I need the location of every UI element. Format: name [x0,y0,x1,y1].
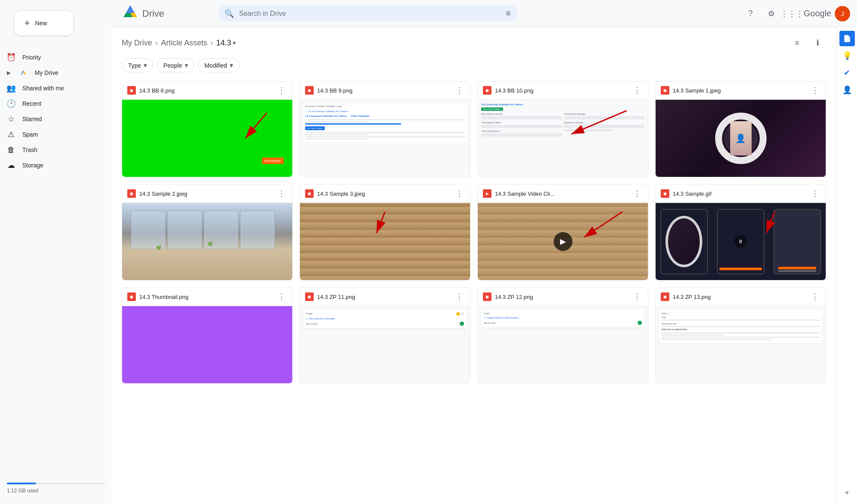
file-type-icon-7: ▶ [483,189,491,198]
sidebar-label-spam: Spam [22,131,38,138]
sidebar-item-storage[interactable]: ☁ Storage [0,158,105,173]
spam-icon: ⚠ [7,130,15,139]
add-apps-button[interactable]: + [839,485,855,501]
more-menu-10[interactable]: ⋮ [454,291,465,302]
storage-bar [7,483,105,484]
search-input[interactable] [239,10,500,18]
thumb-airtable: Trigger 2. New Record in Airtable App & … [300,306,470,383]
sidebar-item-recent[interactable]: 🕐 Recent [0,96,105,111]
file-card-11[interactable]: ▣ 14.3 ZP 12.png ⋮ Action 2. Create Movi… [477,287,648,384]
file-thumbnail-10: Trigger 2. New Record in Airtable App & … [300,306,470,383]
file-name-3: 14.3 BB 10.png [495,87,628,94]
docs-icon[interactable] [839,31,855,46]
file-type-icon-5: ▣ [127,189,136,198]
storage-used-label: 1.12 GB used [7,488,38,494]
more-menu-8[interactable]: ⋮ [809,188,821,199]
clock-icon: ⏰ [7,53,15,62]
search-filter-icon[interactable]: ≡ [506,9,511,18]
file-card-7[interactable]: ▶ 14.3 Sample Video Cli... ⋮ ▶ [477,184,648,280]
sidebar-item-priority[interactable]: ⏰ Priority [0,50,105,65]
more-menu-4[interactable]: ⋮ [809,85,821,96]
file-card-8[interactable]: ▣ 14.3 Sample.gif ⋮ ⏸ [655,184,826,280]
breadcrumb-my-drive[interactable]: My Drive [122,39,152,48]
file-thumbnail-11: Action 2. Create Movie in Bannerbear App… [478,306,648,383]
modified-filter-button[interactable]: Modified ▾ [198,58,240,72]
settings-button[interactable]: ⚙ [763,5,780,22]
breadcrumb-article-assets[interactable]: Article Assets [161,39,207,48]
svg-marker-1 [126,5,135,13]
file-card-10[interactable]: ▣ 14.3 ZP 11.png ⋮ Trigger [300,287,470,384]
file-thumbnail-8: ⏸ [656,203,826,280]
star-icon: ☆ [7,115,15,123]
file-grid: ▣ 14.3 BB 8.png ⋮ Annotated! [122,81,826,384]
file-area: My Drive › Article Assets › 14.3 ▾ ≡ ℹ T… [111,27,836,504]
breadcrumb-current[interactable]: 14.3 ▾ [216,39,236,48]
sidebar-item-shared[interactable]: 👥 Shared with me [0,81,105,96]
file-thumbnail-9 [122,306,292,383]
more-menu-6[interactable]: ⋮ [454,188,465,199]
more-menu-12[interactable]: ⋮ [809,291,821,302]
new-button[interactable]: + New [14,10,74,36]
help-button[interactable]: ? [742,5,759,22]
file-thumbnail-4: 👤 [656,100,826,177]
file-card-1[interactable]: ▣ 14.3 BB 8.png ⋮ Annotated! [122,81,293,177]
file-type-icon-10: ▣ [305,292,314,301]
apps-button[interactable]: ⋮⋮⋮ [783,5,800,22]
sidebar-item-spam[interactable]: ⚠ Spam [0,127,105,142]
sidebar-label-shared: Shared with me [22,85,64,92]
sidebar-item-my-drive[interactable]: ▶ My Drive [0,65,105,81]
sidebar-label-storage: Storage [22,162,43,169]
new-button-label: New [35,20,47,27]
file-thumbnail-2: Reconnect | People | Templates | Logo ← … [300,100,470,177]
file-card-4[interactable]: ▣ 14.3 Sample 1.jpeg ⋮ 👤 [655,81,826,177]
contacts-icon[interactable]: 👤 [839,82,855,98]
file-type-icon-4: ▣ [661,86,669,95]
file-name-11: 14.3 ZP 12.png [495,294,628,300]
breadcrumb-sep-2: › [211,39,213,46]
tasks-icon[interactable]: ✔ [839,65,855,81]
search-bar[interactable]: 🔍 ≡ [218,5,518,22]
more-menu-2[interactable]: ⋮ [454,85,465,96]
type-filter-button[interactable]: Type ▾ [122,58,153,72]
right-panel: 💡 ✔ 👤 + [836,27,857,504]
breadcrumb: My Drive › Article Assets › 14.3 ▾ ≡ ℹ [122,34,826,51]
file-card-header-9: ▣ 14.3 Thumbnail.png ⋮ [122,288,292,306]
file-type-icon-11: ▣ [483,292,491,301]
app-name-label: Drive [142,8,164,19]
sidebar-item-trash[interactable]: 🗑 Trash [0,142,105,158]
more-menu-11[interactable]: ⋮ [632,291,643,302]
more-menu-1[interactable]: ⋮ [276,85,287,96]
type-filter-label: Type [128,62,141,69]
sidebar: + New ⏰ Priority ▶ My Drive 👥 Shared wit… [0,0,111,504]
sidebar-label-recent: Recent [22,100,41,107]
keep-icon[interactable]: 💡 [839,48,855,63]
file-type-icon-3: ▣ [483,86,491,95]
people-filter-button[interactable]: People ▾ [157,58,195,72]
info-button[interactable]: ℹ [809,34,826,51]
more-menu-3[interactable]: ⋮ [632,85,643,96]
sidebar-item-starred[interactable]: ☆ Starred [0,111,105,127]
file-card-3[interactable]: ▣ 14.3 BB 10.png ⋮ 14.3 Generate Subtitl… [477,81,648,177]
file-card-9[interactable]: ▣ 14.3 Thumbnail.png ⋮ [122,287,293,384]
more-menu-7[interactable]: ⋮ [632,188,643,199]
topbar: Drive 🔍 ≡ ? ⚙ ⋮⋮⋮ Google J [111,0,857,27]
file-card-header-2: ▣ 14.3 BB 9.png ⋮ [300,81,470,100]
file-card-2[interactable]: ▣ 14.3 BB 9.png ⋮ Reconnect | People | T… [300,81,470,177]
file-thumbnail-5: 🌿 🌿 [122,203,292,280]
file-card-header-7: ▶ 14.3 Sample Video Cli... ⋮ [478,185,648,203]
thumb-video-wood: ▶ [478,203,648,280]
breadcrumb-sep-1: › [156,39,158,46]
file-card-12[interactable]: ▣ 14.3 ZP 13.png ⋮ Mute ▢ True Soundtrac… [655,287,826,384]
file-card-5[interactable]: ▣ 14.3 Sample 2.jpeg ⋮ [122,184,293,280]
play-button-7[interactable]: ▶ [554,232,572,251]
more-menu-9[interactable]: ⋮ [276,291,287,302]
file-type-icon-6: ▣ [305,189,314,198]
toolbar: Type ▾ People ▾ Modified ▾ [122,58,826,72]
file-card-header-4: ▣ 14.3 Sample 1.jpeg ⋮ [656,81,826,100]
file-card-6[interactable]: ▣ 14.3 Sample 3.jpeg ⋮ [300,184,470,280]
more-menu-5[interactable]: ⋮ [276,188,287,199]
view-list-button[interactable]: ≡ [788,34,806,51]
file-type-icon-12: ▣ [661,292,669,301]
user-avatar[interactable]: J [835,6,850,21]
file-card-header-10: ▣ 14.3 ZP 11.png ⋮ [300,288,470,306]
